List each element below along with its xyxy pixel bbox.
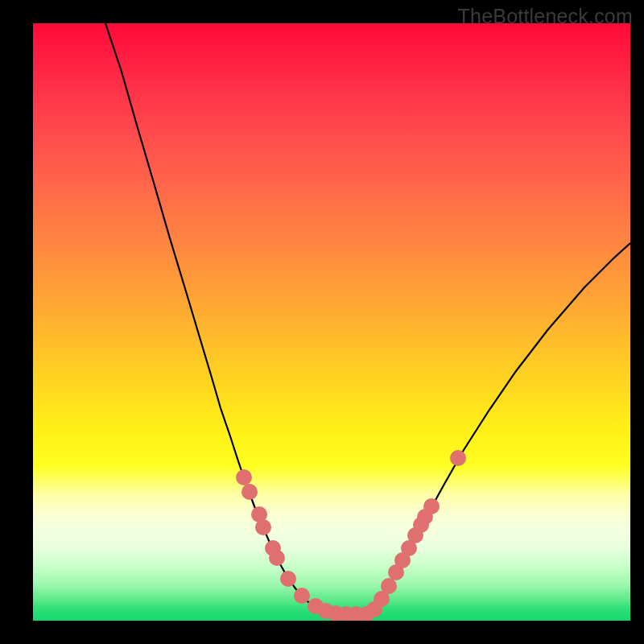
data-dot [236, 469, 252, 485]
data-dot [381, 578, 397, 594]
data-dot [242, 484, 258, 500]
data-dot [269, 550, 285, 566]
plot-area [33, 23, 630, 621]
data-dot [423, 498, 440, 514]
data-dot [280, 571, 296, 587]
data-dot [255, 519, 271, 535]
watermark-text: TheBottleneck.com [458, 5, 633, 28]
bottleneck-curve [105, 23, 630, 614]
plot-svg [33, 23, 630, 621]
data-dots [236, 450, 466, 621]
data-dot [294, 588, 310, 604]
chart-frame: TheBottleneck.com [0, 0, 644, 644]
data-dot [450, 450, 466, 466]
